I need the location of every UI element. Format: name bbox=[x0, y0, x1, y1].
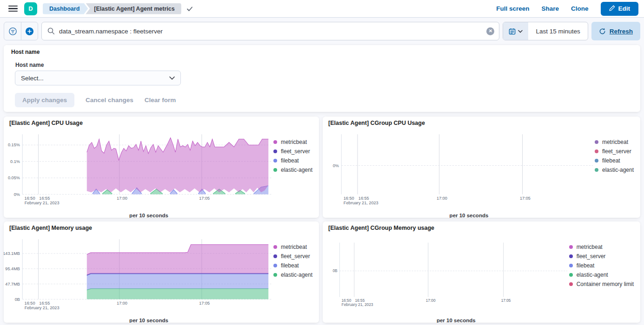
legend-label: fleet_server bbox=[602, 148, 631, 155]
legend-item-metricbeat[interactable]: metricbeat bbox=[273, 137, 312, 147]
x-tick-label: 16:55 bbox=[359, 196, 369, 201]
calendar-dropdown[interactable] bbox=[503, 22, 528, 40]
legend-dot-icon bbox=[273, 159, 277, 162]
legend-dot-icon bbox=[595, 168, 598, 172]
legend-label: fleet_server bbox=[577, 253, 606, 260]
legend-item-metricbeat[interactable]: metricbeat bbox=[569, 242, 634, 252]
filter-button-group bbox=[4, 22, 38, 40]
legend-label: filebeat bbox=[602, 157, 620, 164]
host-field-label: Host name bbox=[15, 62, 637, 68]
query-input[interactable] bbox=[59, 28, 486, 35]
legend-dot-icon bbox=[595, 140, 598, 144]
chevron-down-icon bbox=[169, 76, 175, 80]
legend-item-fleet-server[interactable]: fleet_server bbox=[273, 147, 312, 156]
legend-item-filebeat[interactable]: filebeat bbox=[273, 156, 312, 165]
chart-title: [Elastic Agent] CGroup CPU Usage bbox=[323, 120, 640, 126]
x-axis-date-label: February 21, 2023 bbox=[344, 201, 378, 205]
clone-link[interactable]: Clone bbox=[571, 5, 589, 12]
x-tick-label: 16:55 bbox=[355, 298, 365, 303]
legend-item-metricbeat[interactable]: metricbeat bbox=[595, 137, 634, 147]
x-tick-label: 16:50 bbox=[344, 196, 354, 201]
legend-dot-icon bbox=[569, 254, 573, 258]
y-tick-label: 0.05% bbox=[8, 176, 20, 180]
menu-icon[interactable] bbox=[8, 6, 18, 12]
legend-label: filebeat bbox=[577, 262, 595, 269]
area-filebeat bbox=[87, 274, 268, 290]
x-axis-date-label: February 21, 2023 bbox=[25, 201, 60, 205]
legend-item-elastic-agent[interactable]: elastic-agent bbox=[595, 165, 634, 175]
clear-query-icon[interactable]: ✕ bbox=[486, 27, 494, 35]
x-tick-label: 17:00 bbox=[117, 196, 127, 201]
legend-item-filebeat[interactable]: filebeat bbox=[595, 156, 634, 165]
y-tick-label: 0% bbox=[14, 192, 20, 197]
chart-title: [Elastic Agent] Memory usage bbox=[4, 225, 319, 231]
legend-item-container-memory-limit[interactable]: Container memory limit bbox=[569, 280, 634, 289]
breadcrumb-dashboard[interactable]: Dashboard bbox=[43, 3, 88, 14]
legend-label: filebeat bbox=[281, 157, 299, 164]
x-tick-label: 16:50 bbox=[342, 298, 352, 303]
time-range-value[interactable]: Last 15 minutes bbox=[528, 22, 587, 40]
legend-item-elastic-agent[interactable]: elastic-agent bbox=[273, 165, 312, 175]
legend-label: elastic-agent bbox=[281, 272, 312, 278]
x-tick-label: 17:05 bbox=[501, 298, 511, 303]
chart-legend: metricbeatfleet_serverfilebeatelastic-ag… bbox=[272, 232, 319, 323]
x-tick-label: 17:05 bbox=[199, 301, 210, 306]
legend-dot-icon bbox=[569, 245, 573, 249]
legend-item-fleet-server[interactable]: fleet_server bbox=[273, 252, 312, 261]
legend-label: fleet_server bbox=[281, 148, 310, 155]
x-tick-label: 16:55 bbox=[39, 196, 50, 201]
x-tick-label: 17:05 bbox=[520, 196, 531, 201]
x-tick-label: 17:00 bbox=[437, 196, 447, 201]
x-tick-label: 16:50 bbox=[25, 301, 35, 306]
legend-item-filebeat[interactable]: filebeat bbox=[569, 261, 634, 270]
edit-button[interactable]: Edit bbox=[601, 2, 639, 16]
legend-dot-icon bbox=[273, 140, 277, 144]
legend-item-metricbeat[interactable]: metricbeat bbox=[273, 242, 312, 252]
clear-form-button[interactable]: Clear form bbox=[145, 97, 176, 104]
apply-changes-button[interactable]: Apply changes bbox=[15, 93, 74, 107]
legend-item-fleet-server[interactable]: fleet_server bbox=[569, 252, 634, 261]
legend-item-fleet-server[interactable]: fleet_server bbox=[595, 147, 634, 156]
y-tick-label: 0.15% bbox=[8, 143, 20, 147]
legend-label: metricbeat bbox=[281, 244, 307, 250]
area-metricbeat bbox=[87, 138, 268, 193]
full-screen-link[interactable]: Full screen bbox=[496, 5, 529, 12]
x-axis-title: per 10 seconds bbox=[4, 213, 272, 218]
legend-item-elastic-agent[interactable]: elastic-agent bbox=[273, 270, 312, 280]
charts-grid: [Elastic Agent] CPU Usage 0%0.05%0.1%0.1… bbox=[0, 112, 644, 323]
y-tick-label: 0B bbox=[332, 268, 338, 273]
y-tick-label: 95.4MB bbox=[5, 266, 20, 271]
cancel-changes-button[interactable]: Cancel changes bbox=[86, 97, 133, 104]
space-logo[interactable]: D bbox=[24, 2, 37, 15]
y-tick-label: 47.7MB bbox=[5, 282, 20, 286]
add-filter-icon[interactable] bbox=[21, 22, 38, 40]
x-axis-date-label: February 21, 2023 bbox=[25, 306, 60, 310]
x-axis-date-label: February 21, 2023 bbox=[342, 302, 373, 307]
refresh-button[interactable]: Refresh bbox=[591, 22, 640, 40]
calendar-icon bbox=[509, 28, 516, 35]
legend-dot-icon bbox=[595, 150, 598, 153]
pencil-icon bbox=[609, 5, 615, 13]
y-tick-label: 0B bbox=[15, 297, 20, 302]
filters-icon[interactable] bbox=[4, 22, 21, 40]
query-bar: ✕ Last 15 minutes Refresh bbox=[0, 18, 644, 40]
chevron-down-icon bbox=[518, 30, 523, 33]
legend-item-filebeat[interactable]: filebeat bbox=[273, 261, 312, 270]
legend-item-elastic-agent[interactable]: elastic-agent bbox=[569, 270, 634, 280]
cpu-usage-chart: 0%0.05%0.1%0.15%16:5016:5517:0017:05Febr… bbox=[4, 127, 272, 214]
cgroup-memory-usage-chart: 0B16:5016:5517:0017:05February 21, 2023 bbox=[323, 232, 568, 318]
x-tick-label: 17:00 bbox=[117, 301, 127, 306]
host-panel-title: Host name bbox=[11, 49, 637, 55]
legend-label: elastic-agent bbox=[281, 167, 312, 173]
panel-memory-usage: [Elastic Agent] Memory usage 0B47.7MB95.… bbox=[4, 221, 319, 323]
legend-label: metricbeat bbox=[281, 139, 307, 145]
legend-dot-icon bbox=[273, 264, 277, 267]
chart-legend: metricbeatfleet_serverfilebeatelastic-ag… bbox=[594, 127, 640, 218]
host-name-select[interactable]: Select... bbox=[15, 71, 181, 85]
chart-title: [Elastic Agent] CPU Usage bbox=[4, 120, 319, 126]
legend-label: fleet_server bbox=[281, 253, 310, 260]
x-axis-title: per 10 seconds bbox=[4, 318, 272, 323]
share-link[interactable]: Share bbox=[541, 5, 559, 12]
x-tick-label: 16:55 bbox=[39, 301, 50, 306]
host-name-panel: Host name Host name Select... Apply chan… bbox=[4, 45, 640, 112]
